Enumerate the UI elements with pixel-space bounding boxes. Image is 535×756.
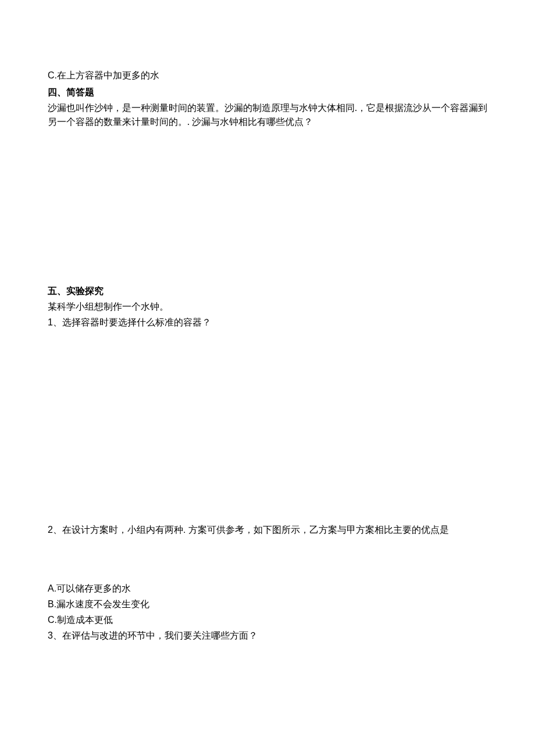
option-c-top: C.在上方容器中加更多的水 <box>48 69 487 83</box>
section-5-intro: 某科学小组想制作一个水钟。 <box>48 300 487 314</box>
answer-space-1 <box>48 131 487 282</box>
question-1: 1、选择容器时要选择什么标准的容器？ <box>48 316 487 330</box>
question-2: 2、在设计方案时，小组内有两种. 方案可供参考，如下图所示，乙方案与甲方案相比主… <box>48 523 487 538</box>
answer-space-3 <box>48 538 487 582</box>
option-b: B.漏水速度不会发生变化 <box>48 597 487 612</box>
section-4-body: 沙漏也叫作沙钟，是一种测量时间的装置。沙漏的制造原理与水钟大体相同.，它是根据流… <box>48 101 487 130</box>
section-5-heading: 五、实验探究 <box>48 284 487 299</box>
question-3: 3、在评估与改进的环节中，我们要关注哪些方面？ <box>48 629 487 643</box>
answer-space-2 <box>48 331 487 523</box>
option-a: A.可以储存更多的水 <box>48 582 487 596</box>
option-c: C.制造成本更低 <box>48 613 487 628</box>
section-4-heading: 四、简答题 <box>48 85 487 100</box>
